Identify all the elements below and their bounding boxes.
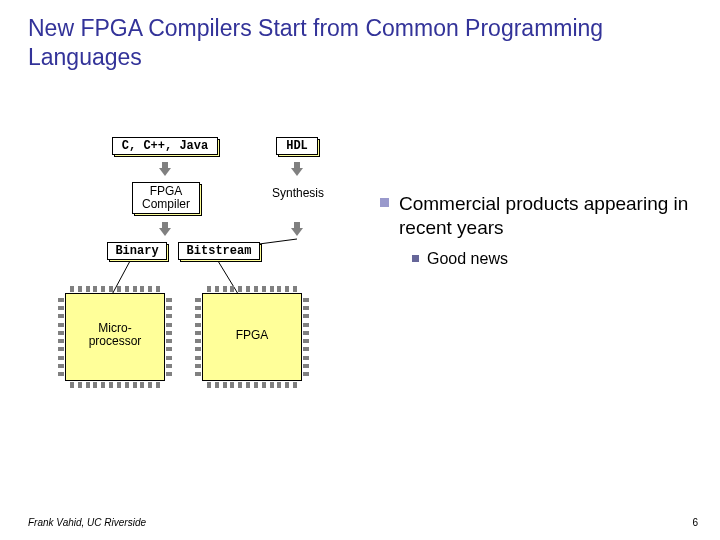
bullet-sub: Good news [412,250,508,268]
bullet-sub-text: Good news [427,250,508,268]
svg-line-2 [259,239,297,244]
bullet-square-icon [380,198,389,207]
footer-author: Frank Vahid, UC Riverside [28,517,146,528]
bullet-main-text: Commercial products appearing in recent … [399,192,700,240]
chip-fpga: FPGA [195,286,309,388]
bullet-square-small-icon [412,255,419,262]
chip-microprocessor: Micro- processor [58,286,172,388]
page-number: 6 [692,517,698,528]
bullet-main: Commercial products appearing in recent … [380,192,700,240]
chip-label-fpga: FPGA [195,328,309,342]
chip-label-microprocessor: Micro- processor [58,322,172,348]
